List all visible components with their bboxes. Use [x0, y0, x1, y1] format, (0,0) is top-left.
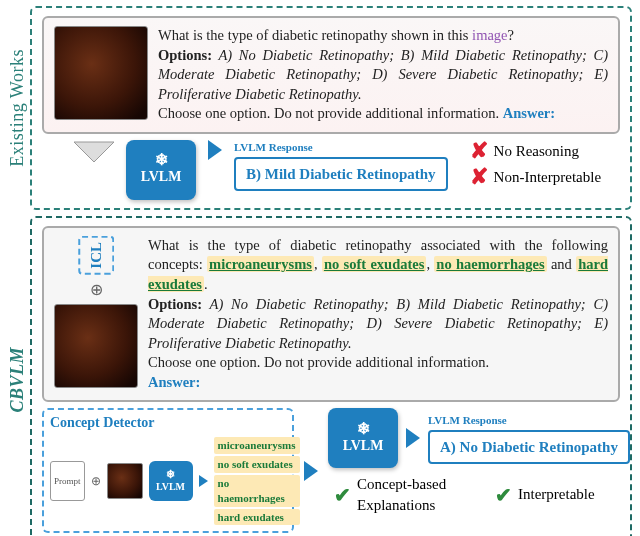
- fundus-image-sm: [107, 463, 143, 499]
- crit-list: ✘No Reasoning ✘Non-Interpretable: [470, 140, 601, 188]
- cbvlm-prompt-text: What is the type of diabetic retinopathy…: [148, 236, 608, 393]
- options-text: A) No Diabetic Retinopathy; B) Mild Diab…: [148, 296, 608, 351]
- response-box: A) No Diabetic Retinopathy: [428, 430, 630, 464]
- fundus-image: [54, 304, 138, 388]
- concept-list: microaneurysms no soft exudates no haemo…: [214, 437, 300, 525]
- adv-2: ✔Interpretable: [495, 474, 595, 515]
- concept-output-row: Concept Detector Prompt ⊕ ❄ LVLM microan…: [42, 408, 620, 533]
- cbvlm-panel: CBVLM ICL ⊕ What is the type of diabetic…: [30, 216, 632, 536]
- right-arrow-icon: [199, 475, 208, 487]
- icl-column: ICL ⊕: [54, 236, 138, 388]
- lvlm-label: LVLM: [343, 437, 384, 456]
- down-arrow-icon: [72, 140, 116, 164]
- period: .: [204, 276, 208, 292]
- instruction-text: Choose one option. Do not provide additi…: [158, 105, 503, 121]
- lvlm-label-sm: LVLM: [156, 480, 185, 494]
- adv-1: ✔Concept-based Explanations: [334, 474, 477, 515]
- concept-detector-title: Concept Detector: [50, 414, 286, 433]
- adv-list: ✔Concept-based Explanations ✔Interpretab…: [334, 474, 630, 515]
- existing-works-panel: Existing Works What is the type of diabe…: [30, 6, 632, 210]
- response-column: LVLM Response B) Mild Diabetic Retinopat…: [234, 140, 448, 191]
- adv-2-text: Interpretable: [518, 484, 595, 504]
- crit-1: ✘No Reasoning: [470, 140, 601, 162]
- lvlm-block: ❄ LVLM: [126, 140, 196, 200]
- cbvlm-prompt-box: ICL ⊕ What is the type of diabetic retin…: [42, 226, 620, 403]
- oplus-icon: ⊕: [90, 279, 103, 301]
- snowflake-icon: ❄: [155, 152, 168, 168]
- response-column: LVLM Response A) No Diabetic Retinopathy: [428, 413, 630, 464]
- concept-detector-box: Concept Detector Prompt ⊕ ❄ LVLM microan…: [42, 408, 294, 533]
- concept-detector-row: Prompt ⊕ ❄ LVLM microaneurysms no soft e…: [50, 437, 286, 525]
- x-icon: ✘: [470, 140, 488, 162]
- response-label: LVLM Response: [428, 413, 630, 428]
- adv-1-text: Concept-based Explanations: [357, 474, 477, 515]
- concept-1: microaneurysms: [207, 256, 314, 272]
- cbvlm-output-top: ❄ LVLM LVLM Response A) No Diabetic Reti…: [328, 408, 630, 468]
- lvlm-block-sm: ❄ LVLM: [149, 461, 193, 501]
- instruction-text: Choose one option. Do not provide additi…: [148, 354, 489, 370]
- right-arrow-icon: [406, 428, 420, 448]
- crit-2: ✘Non-Interpretable: [470, 166, 601, 188]
- existing-prompt-text: What is the type of diabetic retinopathy…: [158, 26, 608, 124]
- existing-works-label: Existing Works: [6, 8, 28, 208]
- concept-2: no soft exudates: [322, 256, 427, 272]
- concept-out-4: hard exudates: [214, 509, 300, 526]
- response-label: LVLM Response: [234, 140, 448, 155]
- concept-3: no haemorrhages: [434, 256, 546, 272]
- check-icon: ✔: [495, 485, 512, 505]
- x-icon: ✘: [470, 166, 488, 188]
- snowflake-icon: ❄: [357, 421, 370, 437]
- concept-out-2: no soft exudates: [214, 456, 300, 473]
- lvlm-label: LVLM: [141, 168, 182, 187]
- response-box: B) Mild Diabetic Retinopathy: [234, 157, 448, 191]
- right-arrow-icon: [304, 461, 318, 481]
- fundus-image: [54, 26, 148, 120]
- icl-box: ICL: [78, 236, 114, 275]
- sep-and: and: [547, 256, 577, 272]
- sep: ,: [314, 256, 322, 272]
- prompt-mini: Prompt: [50, 461, 85, 501]
- answer-word: Answer:: [503, 105, 555, 121]
- qtext-pre: What is the type of diabetic retinopathy…: [158, 27, 472, 43]
- cbvlm-label: CBVLM: [6, 218, 28, 536]
- existing-prompt-box: What is the type of diabetic retinopathy…: [42, 16, 620, 134]
- oplus-icon: ⊕: [91, 473, 101, 489]
- right-arrow-icon: [208, 140, 222, 160]
- crit-1-text: No Reasoning: [494, 141, 579, 161]
- options-text: A) No Diabetic Retinopathy; B) Mild Diab…: [158, 47, 608, 102]
- answer-word: Answer:: [148, 374, 200, 390]
- snowflake-icon: ❄: [166, 469, 175, 480]
- options-label: Options:: [148, 296, 202, 312]
- cbvlm-output: ❄ LVLM LVLM Response A) No Diabetic Reti…: [328, 408, 630, 533]
- concept-out-3: no haemorrhages: [214, 475, 300, 507]
- crit-2-text: Non-Interpretable: [494, 167, 601, 187]
- check-icon: ✔: [334, 485, 351, 505]
- svg-marker-0: [74, 142, 114, 162]
- options-label: Options:: [158, 47, 212, 63]
- image-word: image: [472, 27, 507, 43]
- concept-out-1: microaneurysms: [214, 437, 300, 454]
- qtext-post: ?: [508, 27, 514, 43]
- lvlm-block: ❄ LVLM: [328, 408, 398, 468]
- existing-output-row: ❄ LVLM LVLM Response B) Mild Diabetic Re…: [42, 140, 620, 200]
